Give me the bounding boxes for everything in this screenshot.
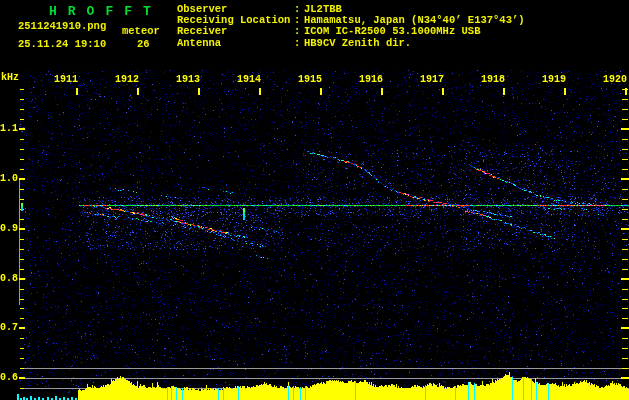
- freq-axis-label: 1.1: [0, 123, 18, 134]
- time-axis-label: 1915: [285, 74, 335, 85]
- output-filename: 2511241910.png: [18, 20, 106, 32]
- info-row-antenna: Antenna:HB9CV Zenith dir.: [177, 38, 525, 49]
- time-axis-label: 1911: [41, 74, 91, 85]
- app-title: HROFFT: [49, 4, 162, 19]
- time-axis-label: 1919: [529, 74, 579, 85]
- freq-axis-label: 0.7: [0, 322, 18, 333]
- time-axis-label: 1917: [407, 74, 457, 85]
- time-axis-label: 1918: [468, 74, 518, 85]
- spectrogram-canvas: [0, 0, 629, 400]
- time-axis-label: 1913: [163, 74, 213, 85]
- hrofft-screen: HROFFT 2511241910.png meteor 25.11.24 19…: [0, 0, 629, 400]
- time-axis-label: 1912: [102, 74, 152, 85]
- info-colon: :: [294, 26, 304, 37]
- info-label: Antenna: [177, 38, 294, 49]
- freq-axis-unit: kHz: [1, 72, 19, 83]
- info-value: JL2TBB: [304, 3, 342, 15]
- echo-count: 26: [137, 38, 150, 50]
- mode-label: meteor: [122, 25, 160, 37]
- info-colon: :: [294, 38, 304, 49]
- info-value: ICOM IC-R2500 53.1000MHz USB: [304, 25, 480, 37]
- freq-axis-label: 0.9: [0, 223, 18, 234]
- freq-axis-label: 1.0: [0, 173, 18, 184]
- info-label: Receiver: [177, 26, 294, 37]
- timestamp-label: 25.11.24 19:10: [18, 38, 106, 50]
- observation-info: Observer:JL2TBB Receiving Location:Hamam…: [177, 4, 525, 49]
- time-axis-label: 1920: [590, 74, 629, 85]
- freq-axis-label: 0.6: [0, 372, 18, 383]
- time-axis-label: 1916: [346, 74, 396, 85]
- info-value: Hamamatsu, Japan (N34°40’ E137°43’): [304, 14, 525, 26]
- freq-axis-label: 0.8: [0, 273, 18, 284]
- time-axis-label: 1914: [224, 74, 274, 85]
- info-value: HB9CV Zenith dir.: [304, 37, 411, 49]
